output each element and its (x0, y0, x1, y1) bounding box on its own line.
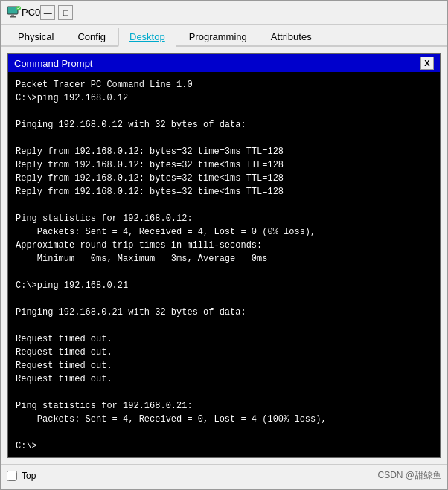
bottom-left: Top (7, 471, 36, 481)
svg-rect-2 (10, 16, 16, 18)
top-label[interactable]: Top (22, 471, 36, 481)
tab-desktop[interactable]: Desktop (118, 28, 176, 47)
cmd-close-button[interactable]: X (420, 57, 434, 70)
tab-bar: Physical Config Desktop Programming Attr… (1, 25, 447, 47)
main-content: Command Prompt X Packet Tracer PC Comman… (1, 47, 447, 464)
svg-rect-0 (7, 7, 18, 14)
pc-icon (7, 5, 22, 20)
maximize-button[interactable]: □ (58, 5, 73, 20)
tab-programming[interactable]: Programming (178, 28, 258, 45)
tab-config[interactable]: Config (66, 28, 117, 45)
title-text: PC0 (22, 7, 40, 18)
cmd-body[interactable]: Packet Tracer PC Command Line 1.0 C:\>pi… (8, 72, 440, 457)
tab-physical[interactable]: Physical (7, 28, 65, 45)
top-checkbox[interactable] (7, 471, 17, 481)
window-controls: — □ (40, 5, 73, 20)
minimize-button[interactable]: — (40, 5, 55, 20)
title-bar: PC0 — □ (1, 1, 447, 25)
watermark: CSDN @甜鲸鱼 (377, 469, 441, 482)
cmd-window: Command Prompt X Packet Tracer PC Comman… (7, 53, 441, 458)
cmd-title-label: Command Prompt (14, 58, 92, 69)
svg-rect-1 (11, 14, 14, 16)
bottom-bar: Top CSDN @甜鲸鱼 (1, 464, 447, 486)
cmd-titlebar: Command Prompt X (8, 54, 440, 72)
tab-attributes[interactable]: Attributes (260, 28, 323, 45)
